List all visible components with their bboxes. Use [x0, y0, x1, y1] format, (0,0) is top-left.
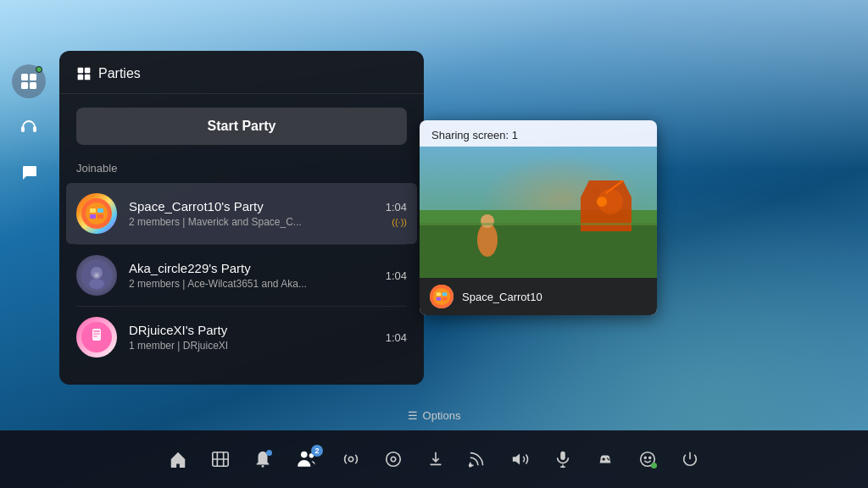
party-avatar-aka-circle	[76, 255, 117, 296]
svg-point-20	[95, 274, 98, 277]
streaming-indicator: ((·))	[392, 217, 407, 227]
share-avatar-art	[430, 285, 453, 308]
svg-rect-0	[21, 74, 28, 80]
taskbar-friends[interactable]: 2	[296, 448, 318, 470]
taskbar-notifications[interactable]	[253, 450, 272, 469]
taskbar-power[interactable]	[681, 450, 699, 469]
party-avatar-space-carrot	[76, 193, 117, 234]
taskbar-mic[interactable]	[554, 450, 572, 469]
carrot-avatar-art	[81, 198, 112, 229]
controller-icon	[596, 450, 615, 469]
taskbar-download[interactable]	[426, 450, 445, 469]
svg-rect-12	[90, 208, 96, 213]
svg-rect-3	[30, 82, 36, 89]
svg-rect-24	[93, 333, 100, 335]
mic-icon	[554, 450, 572, 469]
taskbar-controller[interactable]	[596, 450, 615, 469]
parties-panel-icon	[76, 66, 92, 81]
svg-rect-50	[560, 452, 565, 460]
options-bar: ☰ Options	[408, 409, 461, 422]
start-party-button[interactable]: Start Party	[76, 108, 407, 145]
party-name-drjuice: DRjuiceXI's Party	[129, 323, 386, 337]
svg-point-49	[469, 464, 471, 467]
disc-icon	[384, 450, 403, 469]
svg-rect-6	[78, 68, 84, 74]
friends-badge: 2	[311, 445, 323, 457]
party-info-aka-circle: Aka_circle229's Party 2 members | Ace-Wi…	[129, 261, 386, 290]
party-right-space-carrot: 1:04 ((·))	[386, 201, 407, 227]
party-meta-space-carrot: 2 members | Maverick and Space_C...	[129, 216, 315, 228]
svg-rect-25	[93, 336, 97, 337]
party-item-space-carrot[interactable]: Space_Carrot10's Party 2 members | Maver…	[66, 183, 417, 244]
share-player-name: Space_Carrot10	[462, 291, 542, 303]
face-online-dot	[651, 463, 657, 469]
party-meta-aka-circle: 2 members | Ace-Wilcat3651 and Aka...	[129, 278, 315, 290]
sidebar-item-headset[interactable]	[12, 110, 46, 144]
panel-header: Parties	[59, 51, 424, 94]
taskbar-home[interactable]	[169, 450, 187, 469]
svg-point-30	[481, 214, 494, 228]
taskbar-radio[interactable]	[342, 450, 360, 469]
svg-point-55	[649, 457, 651, 458]
svg-point-18	[89, 279, 104, 289]
svg-rect-39	[442, 292, 447, 296]
svg-point-11	[86, 202, 108, 225]
taskbar: 2	[0, 430, 868, 488]
party-time-drjuice: 1:04	[386, 331, 407, 344]
share-screen-popup[interactable]: Sharing screen: 1	[420, 120, 657, 315]
svg-point-43	[262, 465, 264, 468]
party-item-drjuice[interactable]: DRjuiceXI's Party 1 member | DRjuiceXI 1…	[59, 307, 424, 368]
power-icon	[681, 450, 699, 469]
taskbar-cast[interactable]	[469, 450, 487, 469]
joinable-label: Joinable	[59, 158, 424, 183]
taskbar-face[interactable]	[638, 450, 657, 469]
sidebar-item-parties[interactable]	[12, 64, 46, 98]
svg-point-52	[608, 459, 609, 461]
juice-avatar-art	[81, 322, 112, 352]
streaming-icon: ((·))	[392, 217, 407, 227]
share-footer-avatar	[430, 285, 453, 308]
download-icon	[426, 450, 445, 469]
headset-icon	[19, 118, 38, 136]
volume-icon	[511, 450, 530, 469]
party-right-drjuice: 1:04	[386, 331, 407, 344]
share-footer: Space_Carrot10	[420, 278, 657, 315]
svg-point-51	[607, 458, 609, 459]
store-icon	[211, 450, 230, 469]
svg-rect-38	[437, 292, 441, 296]
svg-point-34	[598, 189, 623, 214]
taskbar-volume[interactable]	[511, 450, 530, 469]
party-item-aka-circle[interactable]: Aka_circle229's Party 2 members | Ace-Wi…	[59, 245, 424, 306]
parties-panel: Parties Start Party Joinable Space_Carro…	[59, 51, 424, 385]
svg-rect-14	[90, 214, 96, 219]
sidebar-item-chat[interactable]	[12, 156, 46, 190]
party-meta-drjuice: 1 member | DRjuiceXI	[129, 340, 315, 352]
svg-point-37	[433, 288, 450, 305]
game-scene	[420, 147, 657, 278]
party-info-drjuice: DRjuiceXI's Party 1 member | DRjuiceXI	[129, 323, 386, 352]
svg-point-54	[644, 457, 646, 458]
svg-point-44	[301, 452, 308, 458]
party-right-aka-circle: 1:04	[386, 269, 407, 282]
svg-rect-7	[85, 68, 91, 74]
svg-point-46	[348, 457, 353, 462]
svg-rect-15	[97, 214, 103, 219]
svg-rect-13	[97, 208, 103, 213]
svg-rect-1	[30, 74, 36, 80]
chat-icon	[19, 164, 38, 182]
party-time-space-carrot: 1:04	[386, 201, 407, 214]
taskbar-disc[interactable]	[384, 450, 403, 469]
sidebar	[0, 51, 58, 190]
circle-avatar-art	[81, 260, 112, 291]
notifications-badge	[266, 450, 272, 456]
svg-rect-8	[78, 75, 84, 80]
cast-icon	[469, 450, 487, 469]
panel-title: Parties	[98, 66, 141, 81]
online-dot	[36, 66, 42, 73]
taskbar-store[interactable]	[211, 450, 230, 469]
party-name-space-carrot: Space_Carrot10's Party	[129, 199, 386, 214]
party-avatar-drjuice	[76, 317, 117, 358]
svg-point-47	[387, 452, 401, 467]
svg-rect-4	[21, 126, 25, 132]
parties-icon	[19, 72, 38, 91]
